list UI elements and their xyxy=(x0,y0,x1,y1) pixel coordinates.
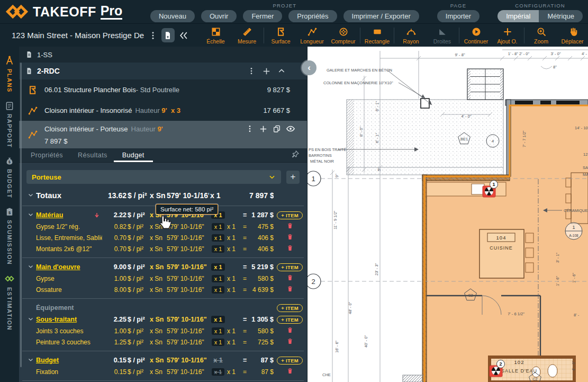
topbar-button-nouveau[interactable]: Nouveau xyxy=(150,10,195,22)
rail-tab-estimation[interactable]: ESTIMATION xyxy=(4,273,15,331)
topbar-group-label: CONFIGURATION xyxy=(515,3,565,8)
tab-r-sultats[interactable]: Résultats xyxy=(78,148,107,162)
tool-continuer[interactable]: Continuer xyxy=(460,26,492,45)
caret-down-icon[interactable] xyxy=(28,211,35,219)
section-equals: = xyxy=(243,357,248,364)
topbar-button-imprimer-exporter[interactable]: Imprimer / Exporter xyxy=(343,10,419,22)
multiplier-badge[interactable]: x 1 xyxy=(212,286,225,294)
add-icon[interactable] xyxy=(259,124,268,134)
caret-down-icon[interactable] xyxy=(28,263,35,271)
row-badge[interactable]: x 1 xyxy=(210,339,226,346)
kebab-icon[interactable] xyxy=(247,67,256,76)
tool-ajout-o-[interactable]: Ajout O. xyxy=(492,26,523,45)
row-badge[interactable]: x 1 xyxy=(210,368,226,376)
multiplier-badge[interactable]: x 1 xyxy=(212,223,225,230)
tool-droites[interactable]: Droites xyxy=(427,26,458,45)
row-badge[interactable]: x 1 xyxy=(210,234,226,242)
measurement-row[interactable]: Cloison intérieur - PorteuseHauteur 9'7 … xyxy=(19,121,307,148)
panel-collapse-button[interactable]: ‹ xyxy=(302,60,316,75)
tool-compteur[interactable]: Compteur xyxy=(328,26,359,45)
rail-tab-budget[interactable]: $BUDGET xyxy=(5,156,14,198)
multiplier-badge[interactable]: x 1 xyxy=(212,327,225,335)
takeoff-area-main[interactable] xyxy=(427,176,588,382)
copy-icon[interactable] xyxy=(273,124,281,134)
rail-tab-plans[interactable]: PLANS xyxy=(4,55,15,93)
tool-rayon[interactable]: Rayon xyxy=(395,26,427,45)
row-badge[interactable]: x 1 xyxy=(210,286,226,294)
tool-d-placer[interactable]: Déplacer xyxy=(557,26,588,45)
add-item-button[interactable]: + ITEM xyxy=(277,263,303,271)
trash-icon[interactable] xyxy=(287,285,293,294)
add-item-button[interactable]: + ITEM xyxy=(277,316,303,324)
trash-icon[interactable] xyxy=(287,326,293,335)
plan-label: 8' - xyxy=(574,313,580,317)
trash-icon[interactable] xyxy=(287,274,293,283)
section-badge[interactable]: x 1 xyxy=(210,316,226,323)
section-name[interactable]: Matériau xyxy=(36,211,102,219)
panel-scrollbar[interactable] xyxy=(20,63,22,367)
tool-rectangle[interactable]: Rectangle xyxy=(361,26,393,45)
multiplier-badge[interactable]: x 1 xyxy=(212,339,225,346)
row-badge[interactable]: x 1 xyxy=(210,245,226,253)
kebab-icon[interactable] xyxy=(246,124,254,134)
section-name[interactable]: Sous-traitant xyxy=(36,316,102,323)
collapse-panel-icon[interactable] xyxy=(178,30,189,41)
trash-icon[interactable] xyxy=(287,222,293,231)
counter-icon xyxy=(338,26,349,37)
add-item-button[interactable]: + ITEM xyxy=(277,357,303,365)
multiplier-badge[interactable]: x 1 xyxy=(212,234,225,242)
caret-down-icon[interactable] xyxy=(28,316,35,324)
pin-button[interactable] xyxy=(291,150,300,161)
topbar-button-propri-t-s[interactable]: Propriétés xyxy=(288,10,337,22)
page-row-2-rdc[interactable]: 2-RDC xyxy=(19,63,307,79)
trash-icon[interactable] xyxy=(287,367,293,376)
topbar-button-fermer[interactable]: Fermer xyxy=(243,10,282,22)
topbar-button-importer[interactable]: Importer xyxy=(437,10,480,22)
tool-surface[interactable]: Surface xyxy=(265,26,296,45)
caret-down-icon[interactable] xyxy=(28,191,35,200)
multiplier-badge[interactable]: x 1 xyxy=(212,368,225,376)
rail-tab-rapport[interactable]: RAPPORT xyxy=(5,101,14,148)
section-name[interactable]: Main d'oeuvre xyxy=(36,263,102,271)
project-title[interactable]: 123 Main Street - Maison Prestige De... xyxy=(12,31,144,40)
measurement-row[interactable]: 06.01 Structure Plancher Bois - Std Pout… xyxy=(19,79,307,100)
multiplier-badge[interactable]: x 1 xyxy=(212,245,225,253)
row-badge[interactable]: x 1 xyxy=(210,327,226,335)
section-name[interactable]: Budget xyxy=(36,357,102,364)
row-unit: $ / pi² xyxy=(128,327,149,335)
topbar-button-imp-rial[interactable]: Impérial xyxy=(497,10,539,22)
tab-propri-t-s[interactable]: Propriétés xyxy=(31,148,63,162)
section-unit: $ / pi² xyxy=(128,316,149,323)
item-attr-label: Hauteur xyxy=(131,125,156,133)
trash-icon[interactable] xyxy=(287,244,293,253)
page-row-1-ss[interactable]: 1-SS xyxy=(19,47,307,63)
multiplier-badge[interactable]: x 1 xyxy=(212,275,225,282)
add-group-button[interactable]: + xyxy=(286,171,300,184)
topbar-button-ouvrir[interactable]: Ouvrir xyxy=(201,10,237,22)
row-badge[interactable]: x 1 xyxy=(210,275,226,282)
multiplier-badge[interactable]: x 1 xyxy=(211,316,224,323)
add-item-button[interactable]: + ITEM xyxy=(277,304,303,312)
tool-zoom[interactable]: Zoom xyxy=(526,26,557,45)
rail-tab-soumission[interactable]: $SOUMISSION xyxy=(5,207,14,265)
section-badge[interactable]: x 1 xyxy=(210,263,226,271)
measurement-row[interactable]: Cloison intérieur - InsonoriséHauteur 9'… xyxy=(19,100,307,121)
topbar-button-m-trique[interactable]: Métrique xyxy=(539,10,583,22)
tool-mesure[interactable]: Mesure xyxy=(231,26,263,45)
add-icon[interactable] xyxy=(262,67,271,76)
caret-down-icon[interactable] xyxy=(28,357,35,365)
eye-icon[interactable] xyxy=(286,124,295,134)
kebab-menu-icon[interactable] xyxy=(148,31,158,40)
floor-plan[interactable]: GALERIE ET MARCHES EN BÉTONCOLONNE EN MA… xyxy=(307,47,588,382)
chevron-up-icon[interactable] xyxy=(277,67,286,76)
tab-budget[interactable]: Budget xyxy=(122,148,144,162)
group-select[interactable]: Porteuse xyxy=(26,170,281,184)
trash-icon[interactable] xyxy=(287,337,293,347)
trash-icon[interactable] xyxy=(287,233,293,242)
add-page-button[interactable] xyxy=(161,28,175,42)
tool--chelle[interactable]: Échelle xyxy=(200,26,231,45)
tool-longueur[interactable]: Longueur xyxy=(296,26,328,45)
multiplier-badge[interactable]: x 1 xyxy=(211,263,224,271)
add-item-button[interactable]: + ITEM xyxy=(277,211,303,219)
row-badge[interactable]: x 1 xyxy=(210,223,226,230)
